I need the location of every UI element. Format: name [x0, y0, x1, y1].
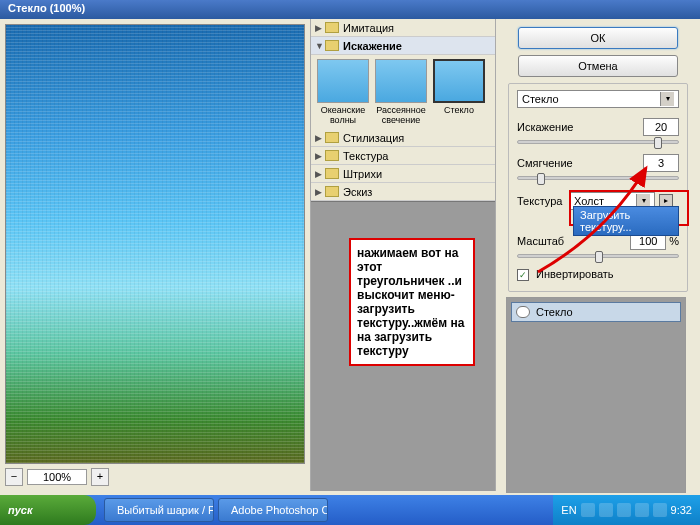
smoothness-row: Смягчение — [517, 154, 679, 172]
texture-label: Текстура — [517, 195, 569, 207]
folder-label: Стилизация — [343, 132, 404, 144]
taskbar-app-1[interactable]: Выбитый шарик / Ph... — [104, 498, 214, 522]
expand-icon: ▶ — [315, 187, 325, 197]
folder-distortion[interactable]: ▼Искажение — [311, 37, 495, 55]
folder-icon — [325, 150, 339, 161]
folder-icon — [325, 40, 339, 51]
zoom-in-button[interactable]: + — [91, 468, 109, 486]
tray-icon[interactable] — [635, 503, 649, 517]
ok-button[interactable]: ОК — [518, 27, 678, 49]
folder-icon — [325, 186, 339, 197]
collapse-icon: ▼ — [315, 41, 325, 51]
scale-label: Масштаб — [517, 235, 624, 247]
expand-icon: ▶ — [315, 133, 325, 143]
load-texture-menu-item[interactable]: Загрузить текстуру... — [573, 206, 679, 236]
folder-label: Искажение — [343, 40, 402, 52]
zoom-bar: − 100% + — [5, 464, 305, 486]
distortion-input[interactable] — [643, 118, 679, 136]
folder-icon — [325, 132, 339, 143]
tray-icon[interactable] — [617, 503, 631, 517]
filter-select[interactable]: Стекло ▾ — [517, 90, 679, 108]
distortion-label: Искажение — [517, 121, 637, 133]
folder-imitation[interactable]: ▶Имитация — [311, 19, 495, 37]
preview-pane: − 100% + — [0, 19, 310, 491]
language-indicator[interactable]: EN — [561, 504, 576, 516]
effect-layers-pane: Стекло — [506, 297, 686, 493]
taskbar-app-2[interactable]: Adobe Photoshop CS... — [218, 498, 328, 522]
folder-icon — [325, 168, 339, 179]
smoothness-label: Смягчение — [517, 157, 637, 169]
tray-icon[interactable] — [653, 503, 667, 517]
zoom-out-button[interactable]: − — [5, 468, 23, 486]
folder-label: Штрихи — [343, 168, 382, 180]
visibility-icon[interactable] — [516, 306, 530, 318]
chevron-down-icon: ▾ — [660, 92, 674, 106]
thumb-ocean-waves[interactable]: Океанские волны — [315, 59, 371, 125]
system-tray: EN 9:32 — [553, 495, 700, 525]
folder-icon — [325, 22, 339, 33]
zoom-value[interactable]: 100% — [27, 469, 87, 485]
folder-label: Текстура — [343, 150, 388, 162]
expand-icon: ▶ — [315, 169, 325, 179]
preview-image[interactable] — [5, 24, 305, 464]
expand-icon: ▶ — [315, 23, 325, 33]
thumb-glass[interactable]: Стекло — [431, 59, 487, 125]
main-content: − 100% + ▶Имитация ▼Искажение Океанские … — [0, 19, 700, 491]
folder-label: Имитация — [343, 22, 394, 34]
start-button[interactable]: пуск — [0, 495, 96, 525]
tray-icon[interactable] — [581, 503, 595, 517]
filter-gallery-pane: ▶Имитация ▼Искажение Океанские волны Рас… — [310, 19, 496, 491]
expand-icon: ▶ — [315, 151, 325, 161]
cancel-button[interactable]: Отмена — [518, 55, 678, 77]
folder-sketch[interactable]: ▶Эскиз — [311, 183, 495, 201]
distortion-slider[interactable] — [517, 140, 679, 144]
smoothness-input[interactable] — [643, 154, 679, 172]
tutorial-annotation: нажимаем вот на этот треугольничек ..и в… — [349, 238, 475, 366]
folder-strokes[interactable]: ▶Штрихи — [311, 165, 495, 183]
filter-options-group: Стекло ▾ Искажение Смягчение Текстура Хо… — [508, 83, 688, 292]
scale-slider[interactable] — [517, 254, 679, 258]
thumbnail-row: Океанские волны Рассеянное свечение Стек… — [311, 55, 495, 129]
layer-name: Стекло — [536, 306, 573, 318]
texture-row: Текстура Холст ▾ ▸ Загрузить текстуру... — [517, 192, 679, 210]
invert-checkbox[interactable]: ✓ — [517, 269, 529, 281]
clock[interactable]: 9:32 — [671, 504, 692, 516]
windows-taskbar: пуск Выбитый шарик / Ph... Adobe Photosh… — [0, 495, 700, 525]
folder-stylization[interactable]: ▶Стилизация — [311, 129, 495, 147]
settings-pane: ОК Отмена Стекло ▾ Искажение Смягчение Т… — [496, 19, 700, 491]
invert-label: Инвертировать — [536, 268, 613, 280]
thumb-diffuse-glow[interactable]: Рассеянное свечение — [373, 59, 429, 125]
distortion-row: Искажение — [517, 118, 679, 136]
folder-texture[interactable]: ▶Текстура — [311, 147, 495, 165]
invert-row: ✓ Инвертировать — [517, 268, 679, 281]
smoothness-slider[interactable] — [517, 176, 679, 180]
gallery-empty-area: нажимаем вот на этот треугольничек ..и в… — [311, 201, 495, 491]
scale-suffix: % — [669, 235, 679, 247]
window-titlebar: Стекло (100%) — [0, 0, 700, 19]
tray-icon[interactable] — [599, 503, 613, 517]
filter-select-value: Стекло — [522, 93, 559, 105]
folder-label: Эскиз — [343, 186, 372, 198]
layer-row[interactable]: Стекло — [511, 302, 681, 322]
